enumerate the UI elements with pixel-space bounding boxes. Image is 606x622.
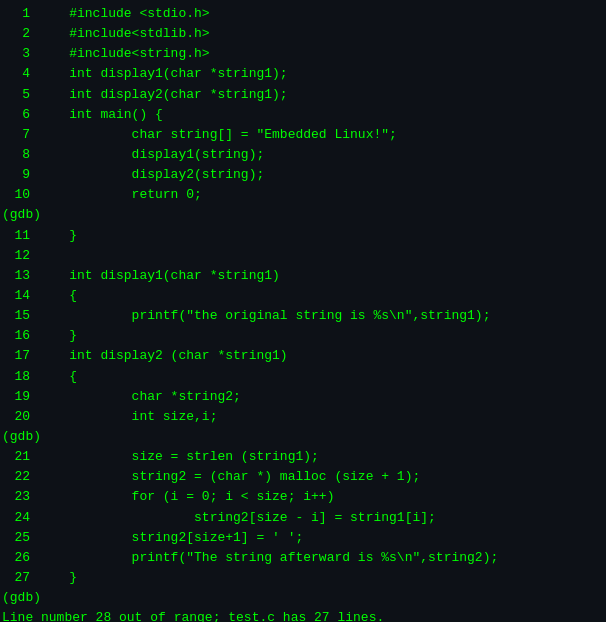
- line-number: 16: [2, 326, 38, 346]
- line-number: 25: [2, 528, 38, 548]
- code-line: 8 display1(string);: [0, 145, 606, 165]
- code-line: 4 int display1(char *string1);: [0, 64, 606, 84]
- line-number: 5: [2, 85, 38, 105]
- line-content: int size,i;: [38, 407, 604, 427]
- gdb-output: (gdb)Line number 28 out of range; test.c…: [0, 588, 606, 622]
- code-line: 18 {: [0, 367, 606, 387]
- line-number: 22: [2, 467, 38, 487]
- line-number: 9: [2, 165, 38, 185]
- line-number: 11: [2, 226, 38, 246]
- line-content: int display1(char *string1): [38, 266, 604, 286]
- gdb-prompt-text: (gdb): [2, 588, 604, 608]
- code-line: (gdb): [0, 427, 606, 447]
- line-content: int display2 (char *string1): [38, 346, 604, 366]
- line-content: {: [38, 286, 604, 306]
- line-number: 2: [2, 24, 38, 44]
- line-number: 14: [2, 286, 38, 306]
- line-number: 13: [2, 266, 38, 286]
- line-content: #include<stdlib.h>: [38, 24, 604, 44]
- code-line: 9 display2(string);: [0, 165, 606, 185]
- line-number: 4: [2, 64, 38, 84]
- code-line: 25 string2[size+1] = ' ';: [0, 528, 606, 548]
- line-content: }: [38, 226, 604, 246]
- code-line: 7 char string[] = "Embedded Linux!";: [0, 125, 606, 145]
- line-content: int display1(char *string1);: [38, 64, 604, 84]
- line-content: {: [38, 367, 604, 387]
- line-number: 15: [2, 306, 38, 326]
- line-number: 8: [2, 145, 38, 165]
- line-content: #include <stdio.h>: [38, 4, 604, 24]
- line-number: 10: [2, 185, 38, 205]
- code-line: 23 for (i = 0; i < size; i++): [0, 487, 606, 507]
- line-content: size = strlen (string1);: [38, 447, 604, 467]
- line-content: #include<string.h>: [38, 44, 604, 64]
- code-line: 1 #include <stdio.h>: [0, 4, 606, 24]
- code-line: 16 }: [0, 326, 606, 346]
- line-number: 27: [2, 568, 38, 588]
- line-number: 3: [2, 44, 38, 64]
- code-line: 6 int main() {: [0, 105, 606, 125]
- gdb-prompt-text: Line number 28 out of range; test.c has …: [2, 608, 604, 622]
- gdb-line: (gdb): [0, 588, 606, 608]
- terminal-window: 1 #include <stdio.h>2 #include<stdlib.h>…: [0, 0, 606, 622]
- line-content: string2 = (char *) malloc (size + 1);: [38, 467, 604, 487]
- line-number: 24: [2, 508, 38, 528]
- line-content: }: [38, 568, 604, 588]
- code-line: 15 printf("the original string is %s\n",…: [0, 306, 606, 326]
- line-number: 12: [2, 246, 38, 266]
- code-line: 19 char *string2;: [0, 387, 606, 407]
- line-content: printf("the original string is %s\n",str…: [38, 306, 604, 326]
- code-line: 17 int display2 (char *string1): [0, 346, 606, 366]
- line-content: char *string2;: [38, 387, 604, 407]
- line-number: 26: [2, 548, 38, 568]
- line-content: printf("The string afterward is %s\n",st…: [38, 548, 604, 568]
- line-number: 18: [2, 367, 38, 387]
- code-line: 3 #include<string.h>: [0, 44, 606, 64]
- line-content: display1(string);: [38, 145, 604, 165]
- line-content: return 0;: [38, 185, 604, 205]
- line-number: (gdb): [2, 205, 49, 225]
- line-number: 17: [2, 346, 38, 366]
- line-content: display2(string);: [38, 165, 604, 185]
- line-content: }: [38, 326, 604, 346]
- line-number: 21: [2, 447, 38, 467]
- code-line: 13 int display1(char *string1): [0, 266, 606, 286]
- line-number: (gdb): [2, 427, 49, 447]
- code-line: 10 return 0;: [0, 185, 606, 205]
- gdb-line: Line number 28 out of range; test.c has …: [0, 608, 606, 622]
- code-line: 27 }: [0, 568, 606, 588]
- line-content: string2[size - i] = string1[i];: [38, 508, 604, 528]
- line-number: 7: [2, 125, 38, 145]
- code-line: 2 #include<stdlib.h>: [0, 24, 606, 44]
- code-line: 26 printf("The string afterward is %s\n"…: [0, 548, 606, 568]
- line-number: 23: [2, 487, 38, 507]
- code-line: 20 int size,i;: [0, 407, 606, 427]
- line-number: 20: [2, 407, 38, 427]
- line-content: int display2(char *string1);: [38, 85, 604, 105]
- code-line: 22 string2 = (char *) malloc (size + 1);: [0, 467, 606, 487]
- code-listing: 1 #include <stdio.h>2 #include<stdlib.h>…: [0, 4, 606, 588]
- code-line: 5 int display2(char *string1);: [0, 85, 606, 105]
- code-line: (gdb): [0, 205, 606, 225]
- line-number: 19: [2, 387, 38, 407]
- code-line: 24 string2[size - i] = string1[i];: [0, 508, 606, 528]
- line-content: string2[size+1] = ' ';: [38, 528, 604, 548]
- code-line: 21 size = strlen (string1);: [0, 447, 606, 467]
- line-content: int main() {: [38, 105, 604, 125]
- line-number: 1: [2, 4, 38, 24]
- line-content: char string[] = "Embedded Linux!";: [38, 125, 604, 145]
- line-number: 6: [2, 105, 38, 125]
- code-line: 14 {: [0, 286, 606, 306]
- code-line: 11 }: [0, 226, 606, 246]
- line-content: for (i = 0; i < size; i++): [38, 487, 604, 507]
- code-line: 12: [0, 246, 606, 266]
